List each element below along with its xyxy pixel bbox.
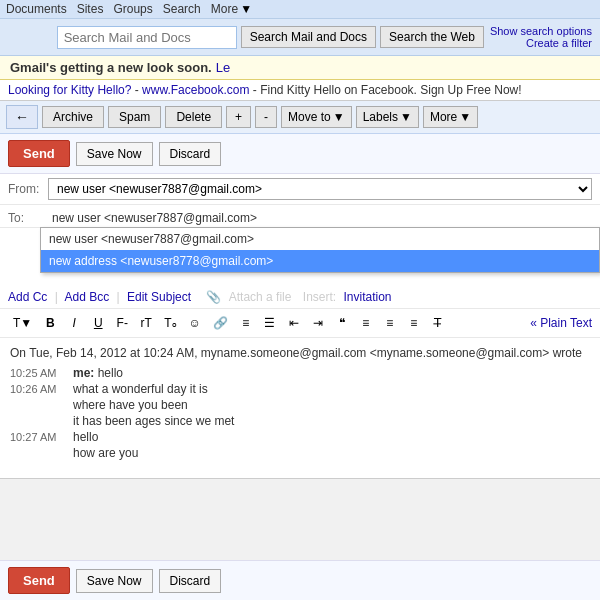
- remove-button[interactable]: -: [255, 106, 277, 128]
- nav-more-arrow: ▼: [240, 2, 252, 16]
- chat-content-4: hello: [73, 430, 590, 444]
- chat-time-3: [10, 414, 65, 428]
- fmt-emoji-button[interactable]: ☺: [184, 313, 206, 333]
- chat-time-4: 10:27 AM: [10, 430, 65, 444]
- fmt-font-size-button[interactable]: F-: [111, 313, 133, 333]
- more-dropdown[interactable]: More ▼: [423, 106, 478, 128]
- fmt-ordered-list-button[interactable]: ≡: [235, 313, 257, 333]
- labels-dropdown[interactable]: Labels ▼: [356, 106, 419, 128]
- compose-actions-bottom: Send Save Now Discard: [0, 560, 600, 600]
- save-button-top[interactable]: Save Now: [76, 142, 153, 166]
- discard-button-top[interactable]: Discard: [159, 142, 222, 166]
- quoted-header: On Tue, Feb 14, 2012 at 10:24 AM, myname…: [10, 346, 590, 360]
- fmt-align-right-button[interactable]: ≡: [403, 313, 425, 333]
- chat-content-5: how are you: [73, 446, 590, 460]
- show-search-options-link[interactable]: Show search options: [490, 25, 592, 37]
- chat-sender-0: me:: [73, 366, 94, 380]
- chat-line-0: 10:25 AM me: hello: [10, 366, 590, 380]
- chat-content-0: me: hello: [73, 366, 590, 380]
- nav-more[interactable]: More ▼: [211, 2, 252, 16]
- fmt-bold-button[interactable]: B: [39, 313, 61, 333]
- search-mail-button[interactable]: Search Mail and Docs: [241, 26, 376, 48]
- to-row: To: new user <newuser7887@gmail.com> new…: [0, 205, 600, 228]
- add-cc-link[interactable]: Add Cc: [8, 290, 47, 304]
- fmt-italic-button[interactable]: I: [63, 313, 85, 333]
- delete-button[interactable]: Delete: [165, 106, 222, 128]
- fmt-unordered-list-button[interactable]: ☰: [259, 313, 281, 333]
- compose-actions-top: Send Save Now Discard: [0, 134, 600, 174]
- move-to-dropdown[interactable]: Move to ▼: [281, 106, 352, 128]
- chat-line-1: 10:26 AM what a wonderful day it is: [10, 382, 590, 396]
- top-nav: Documents Sites Groups Search More ▼: [0, 0, 600, 19]
- nav-documents[interactable]: Documents: [6, 2, 67, 16]
- autocomplete-dropdown: new user <newuser7887@gmail.com> new add…: [40, 227, 600, 273]
- more-label: More: [430, 110, 457, 124]
- email-body[interactable]: On Tue, Feb 14, 2012 at 10:24 AM, myname…: [0, 338, 600, 478]
- attach-file-link[interactable]: 📎 Attach a file: [206, 290, 298, 304]
- from-select[interactable]: new user <newuser7887@gmail.com>: [48, 178, 592, 200]
- fb-ad-link[interactable]: Looking for Kitty Hello?: [8, 83, 131, 97]
- compose-fields: From: new user <newuser7887@gmail.com> T…: [0, 174, 600, 228]
- archive-button[interactable]: Archive: [42, 106, 104, 128]
- from-row: From: new user <newuser7887@gmail.com>: [0, 174, 600, 205]
- more-arrow: ▼: [459, 110, 471, 124]
- chat-content-3: it has been ages since we met: [73, 414, 590, 428]
- add-bcc-link[interactable]: Add Bcc: [65, 290, 110, 304]
- fmt-outdent-button[interactable]: ⇤: [283, 313, 305, 333]
- edit-subject-link[interactable]: Edit Subject: [127, 290, 191, 304]
- search-options: Show search options Create a filter: [490, 25, 592, 49]
- to-value[interactable]: new user <newuser7887@gmail.com>: [48, 209, 592, 227]
- add-button[interactable]: +: [226, 106, 251, 128]
- autocomplete-item-1[interactable]: new address <newuser8778@gmail.com>: [41, 250, 599, 272]
- fmt-link-button[interactable]: 🔗: [208, 313, 233, 333]
- gmail-banner: Gmail's getting a new look soon. Le: [0, 56, 600, 80]
- labels-label: Labels: [363, 110, 398, 124]
- fb-ad-separator: -: [135, 83, 142, 97]
- search-input[interactable]: [57, 26, 237, 49]
- chat-line-5: how are you: [10, 446, 590, 460]
- gmail-banner-link[interactable]: Le: [216, 60, 230, 75]
- fmt-highlight-button[interactable]: Tₒ: [159, 313, 181, 333]
- invitation-link[interactable]: Invitation: [344, 290, 392, 304]
- nav-search[interactable]: Search: [163, 2, 201, 16]
- plain-text-link[interactable]: « Plain Text: [530, 316, 592, 330]
- fmt-underline-button[interactable]: U: [87, 313, 109, 333]
- create-filter-link[interactable]: Create a filter: [490, 37, 592, 49]
- search-web-button[interactable]: Search the Web: [380, 26, 484, 48]
- fmt-font-button[interactable]: T▼: [8, 313, 37, 333]
- search-input-wrapper: Search Mail and Docs Search the Web: [57, 26, 484, 49]
- compose-links: Add Cc | Add Bcc | Edit Subject 📎 Attach…: [0, 286, 600, 309]
- spam-button[interactable]: Spam: [108, 106, 161, 128]
- fmt-font-color-button[interactable]: rT: [135, 313, 157, 333]
- send-button-bottom[interactable]: Send: [8, 567, 70, 594]
- discard-button-bottom[interactable]: Discard: [159, 569, 222, 593]
- nav-groups[interactable]: Groups: [113, 2, 152, 16]
- compose-area: Send Save Now Discard From: new user <ne…: [0, 134, 600, 479]
- to-label: To:: [8, 211, 48, 225]
- fmt-strikethrough-button[interactable]: T̶: [427, 313, 449, 333]
- gmail-banner-text: Gmail's getting a new look soon.: [10, 60, 212, 75]
- fmt-blockquote-button[interactable]: ❝: [331, 313, 353, 333]
- insert-label: Insert:: [303, 290, 336, 304]
- back-button[interactable]: ←: [6, 105, 38, 129]
- chat-time-0: 10:25 AM: [10, 366, 65, 380]
- chat-time-5: [10, 446, 65, 460]
- save-button-bottom[interactable]: Save Now: [76, 569, 153, 593]
- chat-line-4: 10:27 AM hello: [10, 430, 590, 444]
- fmt-indent-button[interactable]: ⇥: [307, 313, 329, 333]
- chat-line-2: where have you been: [10, 398, 590, 412]
- send-button-top[interactable]: Send: [8, 140, 70, 167]
- facebook-ad-bar: Looking for Kitty Hello? - www.Facebook.…: [0, 80, 600, 101]
- format-toolbar: T▼ B I U F- rT Tₒ ☺ 🔗 ≡ ☰ ⇤ ⇥ ❝ ≡ ≡ ≡ T̶…: [0, 309, 600, 338]
- chat-message-0: hello: [98, 366, 123, 380]
- fb-ad-description: - Find Kitty Hello on Facebook. Sign Up …: [253, 83, 522, 97]
- fb-ad-url[interactable]: www.Facebook.com: [142, 83, 249, 97]
- chat-log: 10:25 AM me: hello 10:26 AM what a wonde…: [10, 366, 590, 460]
- fmt-align-center-button[interactable]: ≡: [379, 313, 401, 333]
- nav-sites[interactable]: Sites: [77, 2, 104, 16]
- chat-content-2: where have you been: [73, 398, 590, 412]
- autocomplete-item-0[interactable]: new user <newuser7887@gmail.com>: [41, 228, 599, 250]
- from-label: From:: [8, 182, 48, 196]
- fmt-align-left-button[interactable]: ≡: [355, 313, 377, 333]
- nav-more-label[interactable]: More: [211, 2, 238, 16]
